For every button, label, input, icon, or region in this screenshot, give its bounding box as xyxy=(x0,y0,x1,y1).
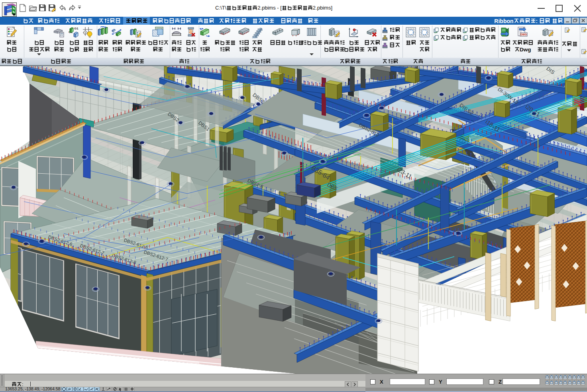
svg-text:G1: G1 xyxy=(74,27,79,30)
svg-text:1: 1 xyxy=(84,31,86,34)
svg-text:DWG: DWG xyxy=(520,33,527,36)
